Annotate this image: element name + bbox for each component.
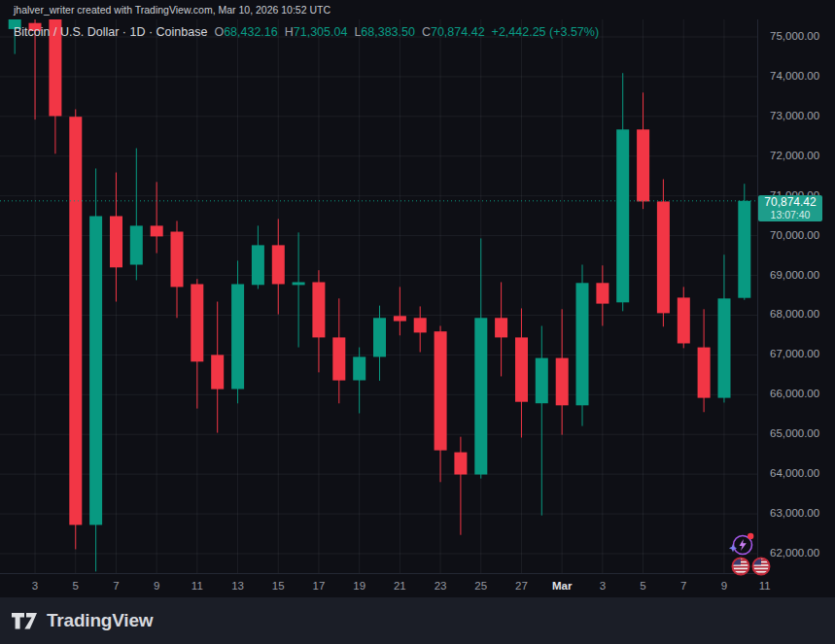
candle[interactable] [312, 270, 325, 372]
price-axis-label: 64,000.00 [770, 467, 819, 479]
price-axis[interactable]: 75,000.0074,000.0073,000.0072,000.0071,0… [757, 19, 835, 574]
time-axis-label: 9 [710, 580, 739, 592]
ohlc-value: 70,874.42 [431, 25, 485, 39]
candle[interactable] [394, 287, 406, 335]
badge-time: 13:07:40 [758, 209, 822, 220]
change-value: +2,442.25 (+3.57%) [492, 25, 600, 39]
time-axis-label: 7 [101, 580, 130, 592]
tradingview-chart-screenshot: jhalver_writer created with TradingView.… [0, 0, 835, 644]
price-axis-label: 74,000.00 [770, 70, 819, 82]
ohlc-value: 68,383.50 [361, 25, 415, 39]
symbol-title: Bitcoin / U.S. Dollar · 1D · Coinbase [14, 25, 207, 39]
candlestick-plot[interactable] [0, 0, 835, 603]
badge-price: 70,874.42 [758, 196, 822, 209]
time-axis-label: 11 [750, 580, 780, 592]
candle[interactable] [130, 149, 143, 281]
candle[interactable] [616, 73, 629, 311]
current-price-badge: 70,874.42 13:07:40 [758, 195, 822, 221]
ohlc-value: 68,432.16 [224, 25, 278, 39]
candle[interactable] [49, 1, 61, 153]
candle[interactable] [293, 232, 305, 347]
candle[interactable] [637, 92, 649, 209]
notification-dot [748, 533, 753, 539]
footer-bar: TradingView [0, 597, 835, 644]
candle[interactable] [272, 219, 285, 314]
candle[interactable] [718, 254, 731, 402]
price-axis-label: 67,000.00 [770, 348, 819, 359]
price-axis-label: 70,000.00 [770, 229, 819, 241]
candle[interactable] [576, 264, 589, 425]
time-axis-label: 21 [385, 580, 414, 592]
price-axis-label: 65,000.00 [770, 427, 819, 439]
brand-name: TradingView [47, 610, 153, 631]
ohlc-values: O68,432.16H71,305.04L68,383.50C70,874.42 [207, 25, 484, 39]
time-axis-label: 25 [467, 580, 496, 592]
price-axis-label: 69,000.00 [770, 269, 819, 281]
ohlc-value: 71,305.04 [294, 25, 348, 39]
candle[interactable] [151, 182, 163, 253]
flag-reaction-icon[interactable] [751, 557, 771, 580]
tradingview-logo-icon[interactable] [11, 612, 38, 630]
candle[interactable] [353, 348, 365, 414]
candle[interactable] [596, 265, 609, 325]
time-axis-label: 5 [629, 580, 658, 592]
candle[interactable] [738, 184, 750, 300]
time-axis-label: 19 [345, 580, 374, 592]
candle[interactable] [373, 306, 386, 381]
attribution-bar: jhalver_writer created with TradingView.… [0, 0, 835, 19]
candle[interactable] [657, 179, 670, 326]
candle[interactable] [454, 437, 467, 535]
price-axis-label: 66,000.00 [770, 388, 819, 399]
candle[interactable] [698, 309, 711, 412]
candle[interactable] [171, 220, 184, 318]
time-axis-label: 23 [426, 580, 455, 592]
candle[interactable] [474, 238, 487, 478]
flag-reaction-icon[interactable] [731, 557, 750, 580]
candle[interactable] [556, 309, 569, 434]
candle[interactable] [414, 306, 427, 352]
price-axis-label: 62,000.00 [770, 547, 819, 559]
price-axis-label: 68,000.00 [770, 308, 819, 320]
candle[interactable] [332, 298, 345, 403]
time-axis-label: Mar [547, 580, 576, 592]
time-axis-label: 9 [142, 580, 171, 592]
candle[interactable] [495, 282, 507, 376]
candle[interactable] [536, 325, 548, 515]
time-axis-label: 3 [20, 580, 50, 592]
candle[interactable] [211, 302, 224, 433]
candle[interactable] [110, 173, 122, 302]
time-axis-label: 11 [183, 580, 212, 592]
time-axis[interactable]: 3579111315171921232527Mar357911 [0, 573, 835, 597]
time-axis-label: 3 [588, 580, 617, 592]
ohlc-label: H [285, 25, 294, 39]
price-axis-label: 63,000.00 [770, 507, 819, 519]
time-axis-label: 27 [506, 580, 536, 592]
time-axis-label: 17 [304, 580, 333, 592]
candle[interactable] [435, 325, 447, 482]
plot-pane [0, 0, 765, 573]
ohlc-label: C [422, 25, 431, 39]
candle[interactable] [89, 168, 102, 571]
candle[interactable] [678, 287, 690, 348]
ohlc-label: O [214, 25, 224, 39]
candle[interactable] [231, 260, 244, 403]
candle[interactable] [69, 109, 82, 549]
attribution-text: jhalver_writer created with TradingView.… [14, 4, 331, 16]
time-axis-label: 15 [263, 580, 293, 592]
time-axis-label: 13 [224, 580, 253, 592]
price-axis-label: 75,000.00 [770, 30, 819, 42]
price-axis-label: 72,000.00 [770, 150, 819, 161]
candle[interactable] [191, 279, 203, 408]
time-axis-label: 5 [61, 580, 90, 592]
candle[interactable] [515, 308, 528, 437]
price-axis-label: 73,000.00 [770, 110, 819, 121]
time-axis-label: 7 [669, 580, 698, 592]
symbol-legend: Bitcoin / U.S. Dollar · 1D · CoinbaseO68… [14, 25, 599, 39]
